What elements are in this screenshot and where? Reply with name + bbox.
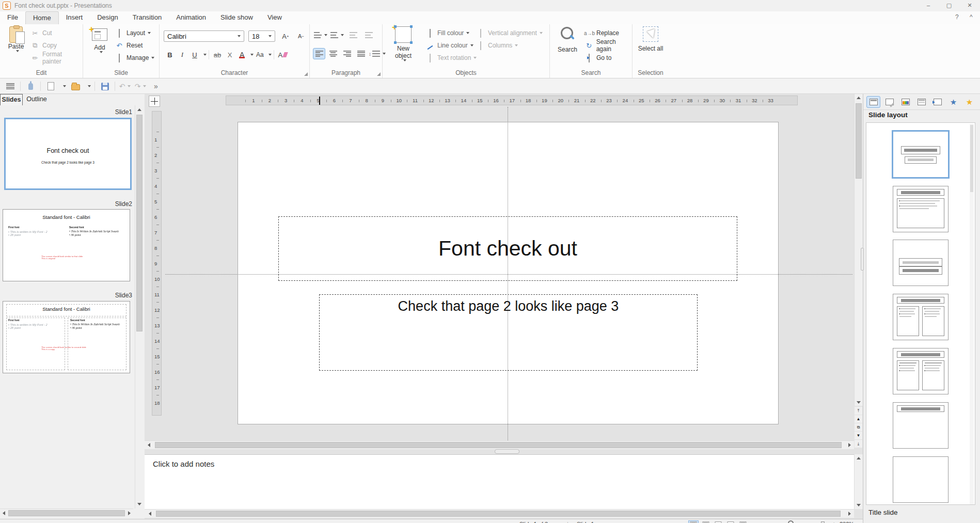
zoom-out-button[interactable]: − xyxy=(799,521,802,523)
font-size-select[interactable]: 18 xyxy=(248,30,275,42)
slide-overview-button[interactable]: ⧉ xyxy=(855,423,862,431)
vertical-alignment-button[interactable]: Vertical alignment xyxy=(476,28,543,38)
undo-icon[interactable]: ↶ xyxy=(119,81,131,91)
status-slide-name[interactable]: Slide 1 xyxy=(577,521,594,523)
close-button[interactable]: ✕ xyxy=(959,0,980,11)
cut-button[interactable]: ✂ Cut xyxy=(30,28,52,38)
layout-thumb-centered-text[interactable] xyxy=(893,240,949,286)
bold-button[interactable]: B xyxy=(164,49,176,60)
layout-thumb-title-only[interactable] xyxy=(893,402,949,449)
save-icon[interactable] xyxy=(99,81,111,91)
hamburger-menu-icon[interactable] xyxy=(4,81,17,91)
reset-character-format-button[interactable]: A xyxy=(276,49,289,60)
touch-mode-icon[interactable] xyxy=(24,81,37,91)
notes-splitter-handle[interactable] xyxy=(495,449,519,454)
notes-vscrollbar[interactable] xyxy=(854,454,863,509)
sidebar-collapse-grip[interactable] xyxy=(861,248,864,271)
layout-thumb-blank[interactable] xyxy=(893,456,949,503)
sidebar-tab-master[interactable] xyxy=(914,96,928,108)
status-slide-info[interactable]: Slide 1 of 3 xyxy=(519,521,548,523)
align-left-button[interactable] xyxy=(313,48,325,59)
replace-button[interactable]: a→b Replace xyxy=(584,28,619,38)
menu-home[interactable]: Home xyxy=(25,11,59,24)
tab-slides[interactable]: Slides xyxy=(0,94,23,105)
view-handout-button[interactable] xyxy=(725,520,736,523)
zoom-in-button[interactable]: + xyxy=(832,521,835,523)
slide2-thumbnail[interactable]: Standard font - Calibri First font This … xyxy=(3,209,130,281)
open-file-dropdown-icon[interactable] xyxy=(85,81,91,91)
decrease-indent-button[interactable] xyxy=(362,29,375,41)
sidebar-tab-layout[interactable] xyxy=(866,96,880,108)
canvas-hscrollbar[interactable] xyxy=(145,440,854,449)
font-color-button[interactable]: A xyxy=(236,51,248,59)
slide1-thumbnail[interactable]: Font check out Check that page 2 looks l… xyxy=(4,118,132,190)
maximize-button[interactable]: ▢ xyxy=(939,0,959,11)
shrink-font-button[interactable]: A− xyxy=(295,30,307,42)
notes-area[interactable]: Click to add notes xyxy=(145,454,854,509)
manage-button[interactable]: Manage xyxy=(114,53,154,63)
zoom-percentage[interactable]: 232% xyxy=(840,521,854,523)
menu-transition[interactable]: Transition xyxy=(125,11,169,24)
columns-button[interactable]: Columns xyxy=(476,40,518,51)
layout-thumb-title-content[interactable] xyxy=(893,186,949,232)
menu-file[interactable]: File xyxy=(0,11,25,24)
previous-slide-button[interactable]: ▲ xyxy=(855,415,862,423)
minimize-button[interactable]: – xyxy=(918,0,939,11)
bullet-list-button[interactable] xyxy=(314,29,327,41)
reset-button[interactable]: ↶ Reset xyxy=(114,40,143,51)
paste-button[interactable]: Paste xyxy=(4,26,28,66)
sidebar-tab-design[interactable] xyxy=(882,96,896,108)
notes-hscrollbar[interactable] xyxy=(145,509,854,518)
redo-icon[interactable]: ↷ xyxy=(134,81,147,91)
layout-thumb-title[interactable] xyxy=(892,130,950,179)
character-dialog-launcher[interactable] xyxy=(304,72,308,76)
slides-panel-hscrollbar[interactable] xyxy=(0,509,133,517)
copy-button[interactable]: ⧉ Copy xyxy=(30,40,57,51)
layout-thumb-two-content-caption[interactable] xyxy=(893,348,949,394)
underline-dropdown-icon[interactable] xyxy=(203,54,207,56)
ruler-origin-crosshair[interactable] xyxy=(149,96,160,107)
open-file-icon[interactable] xyxy=(69,81,82,91)
underline-button[interactable]: U xyxy=(188,49,201,60)
subtitle-placeholder[interactable]: Check that page 2 looks like page 3 xyxy=(319,294,698,371)
sidebar-tab-colour-scheme[interactable] xyxy=(898,96,912,108)
view-normal-button[interactable] xyxy=(688,520,699,523)
new-document-dropdown-icon[interactable] xyxy=(60,81,66,91)
first-slide-button[interactable]: ⤒ xyxy=(855,407,862,415)
menu-animation[interactable]: Animation xyxy=(169,11,213,24)
font-name-select[interactable]: Calibri xyxy=(164,30,244,42)
tab-outline[interactable]: Outline xyxy=(23,94,51,105)
justify-button[interactable] xyxy=(355,48,367,59)
sidebar-tab-animation[interactable]: ★ xyxy=(946,96,960,108)
sidebar-tab-effects[interactable]: ★ xyxy=(962,96,976,108)
collapse-ribbon-icon[interactable]: ^ xyxy=(970,13,973,21)
format-painter-button[interactable]: ✏ Format painter xyxy=(30,53,83,63)
menu-design[interactable]: Design xyxy=(90,11,125,24)
fill-colour-button[interactable]: Fill colour xyxy=(425,28,469,38)
grow-font-button[interactable]: A+ xyxy=(279,30,292,42)
select-all-button[interactable]: Select all xyxy=(638,26,663,66)
search-again-button[interactable]: ↻ Search again xyxy=(584,40,632,51)
last-slide-button[interactable]: ⤓ xyxy=(855,440,862,448)
slides-panel-scrollbar[interactable] xyxy=(135,105,144,509)
align-right-button[interactable] xyxy=(341,48,353,59)
new-document-icon[interactable] xyxy=(44,81,57,91)
strikethrough-button[interactable]: ab xyxy=(211,49,224,60)
view-master-button[interactable] xyxy=(738,520,748,523)
search-button[interactable]: Search xyxy=(555,26,580,66)
align-center-button[interactable] xyxy=(327,48,339,59)
menu-slideshow[interactable]: Slide show xyxy=(213,11,260,24)
goto-button[interactable]: Go to xyxy=(584,53,611,63)
text-rotation-button[interactable]: Text rotation xyxy=(425,53,477,63)
new-object-button[interactable]: + New object xyxy=(389,26,418,66)
numbered-list-button[interactable] xyxy=(330,29,344,41)
line-colour-button[interactable]: Line colour xyxy=(425,40,473,51)
change-case-button[interactable]: Aa xyxy=(254,49,266,60)
paragraph-dialog-launcher[interactable] xyxy=(377,72,381,76)
help-icon[interactable]: ? xyxy=(955,13,959,21)
menu-insert[interactable]: Insert xyxy=(59,11,90,24)
sidebar-tab-transition[interactable] xyxy=(930,96,944,108)
toolbar-overflow-icon[interactable]: » xyxy=(150,81,162,91)
increase-indent-button[interactable] xyxy=(347,29,359,41)
next-slide-button[interactable]: ▼ xyxy=(855,432,862,439)
